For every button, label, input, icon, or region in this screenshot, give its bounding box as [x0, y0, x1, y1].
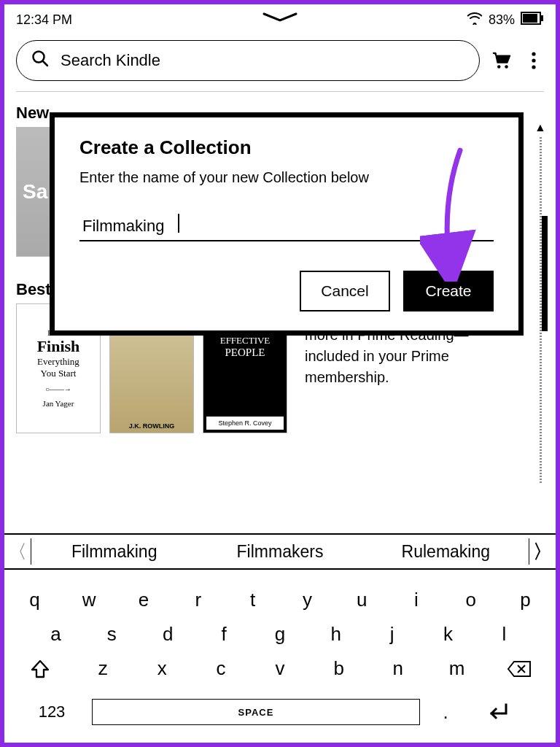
key-row-4: 123 SPACE . — [7, 692, 553, 732]
suggestion-item[interactable]: Filmmakers — [197, 542, 362, 562]
svg-point-6 — [505, 65, 508, 68]
key-a[interactable]: a — [34, 623, 77, 646]
wifi-icon — [467, 12, 483, 28]
battery-icon — [521, 12, 544, 28]
search-icon — [31, 50, 49, 71]
battery-percent: 83% — [489, 12, 515, 28]
numeric-toggle-key[interactable]: 123 — [26, 703, 77, 721]
backspace-key[interactable] — [494, 660, 545, 678]
key-q[interactable]: q — [12, 589, 56, 611]
key-j[interactable]: j — [370, 623, 414, 646]
create-button[interactable]: Create — [403, 271, 494, 311]
key-i[interactable]: i — [394, 589, 438, 611]
key-d[interactable]: d — [146, 623, 190, 646]
spacebar-key[interactable]: SPACE — [92, 699, 420, 725]
svg-point-7 — [532, 52, 535, 55]
key-row-3: z x c v b n m — [7, 657, 553, 680]
svg-line-4 — [43, 61, 47, 66]
shift-key[interactable] — [15, 659, 66, 679]
key-w[interactable]: w — [67, 589, 111, 611]
enter-key[interactable] — [471, 703, 522, 721]
key-y[interactable]: y — [285, 589, 329, 611]
key-h[interactable]: h — [314, 623, 358, 646]
key-f[interactable]: f — [202, 623, 246, 646]
kebab-menu-icon[interactable] — [524, 50, 544, 71]
clock: 12:34 PM — [16, 12, 72, 28]
scroll-thumb[interactable] — [542, 216, 548, 331]
scroll-up-icon[interactable]: ▲ — [534, 121, 546, 134]
search-placeholder: Search Kindle — [61, 51, 160, 70]
key-r[interactable]: r — [176, 589, 220, 611]
key-s[interactable]: s — [90, 623, 133, 646]
key-x[interactable]: x — [140, 657, 184, 680]
key-o[interactable]: o — [449, 589, 493, 611]
svg-point-5 — [497, 65, 500, 68]
key-v[interactable]: v — [258, 657, 302, 680]
suggestions-prev-icon[interactable]: 〈 — [4, 539, 31, 565]
svg-rect-1 — [523, 14, 537, 23]
key-t[interactable]: t — [231, 589, 275, 611]
key-m[interactable]: m — [435, 657, 479, 680]
onscreen-keyboard: 〈 Filmmaking Filmmakers Rulemaking 〉 q w… — [4, 533, 556, 743]
pull-down-indicator[interactable] — [262, 12, 298, 21]
key-l[interactable]: l — [482, 623, 526, 646]
key-b[interactable]: b — [317, 657, 361, 680]
create-collection-dialog: Create a Collection Enter the name of yo… — [50, 112, 524, 336]
key-p[interactable]: p — [504, 589, 548, 611]
svg-point-8 — [532, 58, 535, 62]
key-u[interactable]: u — [340, 589, 384, 611]
key-row-1: q w e r t y u i o p — [7, 589, 553, 611]
search-input[interactable]: Search Kindle — [16, 40, 480, 81]
key-g[interactable]: g — [258, 623, 302, 646]
svg-point-9 — [532, 65, 535, 69]
divider — [16, 91, 544, 92]
key-row-2: a s d f g h j k l — [7, 623, 553, 646]
key-n[interactable]: n — [376, 657, 420, 680]
suggestion-item[interactable]: Rulemaking — [363, 542, 529, 562]
cancel-button[interactable]: Cancel — [300, 271, 390, 311]
svg-rect-2 — [541, 15, 543, 21]
text-cursor — [178, 214, 179, 233]
dialog-subtitle: Enter the name of your new Collection be… — [79, 169, 494, 186]
dialog-title: Create a Collection — [79, 136, 494, 159]
key-c[interactable]: c — [199, 657, 243, 680]
key-e[interactable]: e — [122, 589, 166, 611]
key-k[interactable]: k — [427, 623, 470, 646]
suggestions-next-icon[interactable]: 〉 — [529, 539, 556, 565]
cart-icon[interactable] — [491, 50, 512, 71]
suggestion-item[interactable]: Filmmaking — [31, 542, 197, 562]
collection-name-input[interactable] — [79, 212, 494, 241]
period-key[interactable]: . — [435, 701, 456, 724]
suggestion-bar: 〈 Filmmaking Filmmakers Rulemaking 〉 — [4, 535, 556, 570]
key-z[interactable]: z — [81, 657, 125, 680]
